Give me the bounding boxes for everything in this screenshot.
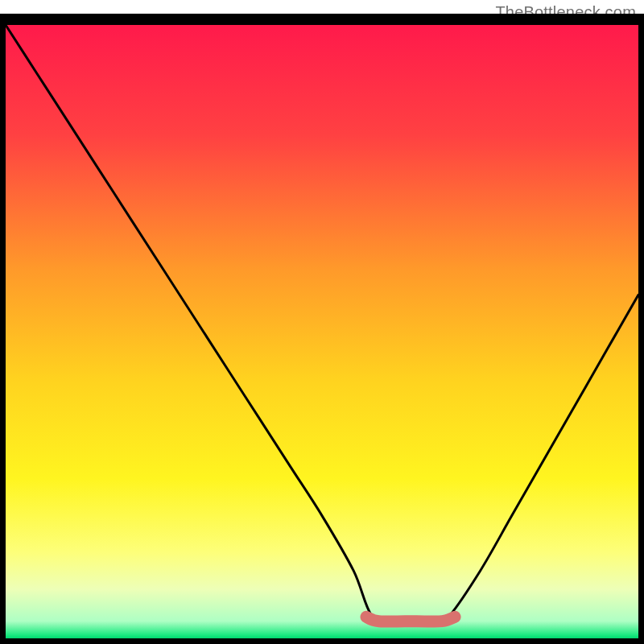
sweet-spot-band bbox=[366, 617, 455, 621]
bottleneck-chart bbox=[0, 0, 644, 644]
plot-background bbox=[6, 25, 638, 638]
chart-container: TheBottleneck.com bbox=[0, 0, 644, 644]
